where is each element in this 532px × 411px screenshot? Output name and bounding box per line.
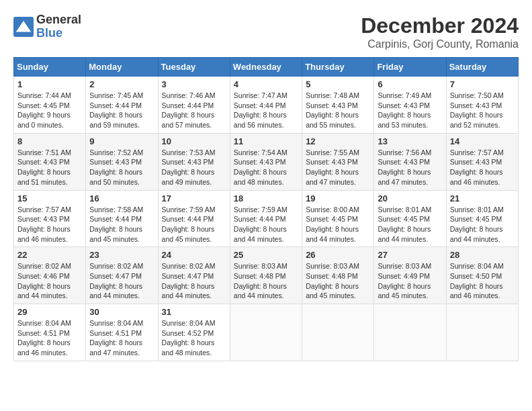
day-info: Sunrise: 7:54 AMSunset: 4:43 PMDaylight:… [234,148,298,187]
day-number: 30 [89,307,154,317]
day-info: Sunrise: 7:59 AMSunset: 4:44 PMDaylight:… [162,205,226,244]
day-info: Sunrise: 8:04 AMSunset: 4:51 PMDaylight:… [89,318,154,358]
logo-icon [13,17,34,37]
day-number: 3 [162,79,226,89]
day-number: 4 [234,79,298,89]
day-number: 16 [89,193,154,203]
day-number: 9 [89,136,154,146]
day-info: Sunrise: 7:44 AMSunset: 4:45 PMDaylight:… [17,91,82,130]
calendar-cell: 10Sunrise: 7:53 AMSunset: 4:43 PMDayligh… [158,133,230,190]
day-number: 14 [450,136,515,146]
calendar-cell: 24Sunrise: 8:02 AMSunset: 4:47 PMDayligh… [158,247,230,304]
day-info: Sunrise: 7:52 AMSunset: 4:43 PMDaylight:… [89,148,154,187]
calendar-cell: 2Sunrise: 7:45 AMSunset: 4:44 PMDaylight… [86,77,158,134]
calendar-week-row: 29Sunrise: 8:04 AMSunset: 4:51 PMDayligh… [14,304,519,361]
calendar-day-header: Wednesday [230,58,302,77]
day-info: Sunrise: 8:04 AMSunset: 4:51 PMDaylight:… [17,318,82,358]
day-info: Sunrise: 7:51 AMSunset: 4:43 PMDaylight:… [17,148,82,187]
calendar-header-row: SundayMondayTuesdayWednesdayThursdayFrid… [14,58,519,77]
day-number: 24 [162,250,226,260]
day-number: 12 [306,136,370,146]
calendar-cell: 19Sunrise: 8:00 AMSunset: 4:45 PMDayligh… [302,190,374,247]
day-info: Sunrise: 7:48 AMSunset: 4:43 PMDaylight:… [306,91,370,130]
logo-blue: Blue [36,27,81,40]
day-info: Sunrise: 7:45 AMSunset: 4:44 PMDaylight:… [89,91,154,130]
location-title: Carpinis, Gorj County, Romania [361,38,519,50]
calendar-day-header: Monday [86,58,158,77]
day-number: 1 [17,79,82,89]
day-info: Sunrise: 7:53 AMSunset: 4:43 PMDaylight:… [162,148,226,187]
calendar-cell: 13Sunrise: 7:56 AMSunset: 4:43 PMDayligh… [374,133,446,190]
day-number: 25 [234,250,298,260]
calendar-week-row: 15Sunrise: 7:57 AMSunset: 4:43 PMDayligh… [14,190,519,247]
day-info: Sunrise: 7:58 AMSunset: 4:44 PMDaylight:… [89,205,154,244]
calendar-cell: 20Sunrise: 8:01 AMSunset: 4:45 PMDayligh… [374,190,446,247]
calendar-cell: 8Sunrise: 7:51 AMSunset: 4:43 PMDaylight… [14,133,86,190]
calendar-cell: 16Sunrise: 7:58 AMSunset: 4:44 PMDayligh… [86,190,158,247]
day-info: Sunrise: 8:00 AMSunset: 4:45 PMDaylight:… [306,205,370,244]
calendar-cell: 6Sunrise: 7:49 AMSunset: 4:43 PMDaylight… [374,77,446,134]
calendar-week-row: 1Sunrise: 7:44 AMSunset: 4:45 PMDaylight… [14,77,519,134]
calendar-cell: 17Sunrise: 7:59 AMSunset: 4:44 PMDayligh… [158,190,230,247]
day-number: 27 [378,250,442,260]
day-number: 23 [89,250,154,260]
day-number: 13 [378,136,442,146]
calendar-cell: 27Sunrise: 8:03 AMSunset: 4:49 PMDayligh… [374,247,446,304]
day-number: 26 [306,250,370,260]
day-info: Sunrise: 8:03 AMSunset: 4:49 PMDaylight:… [378,261,442,301]
day-number: 15 [17,193,82,203]
day-info: Sunrise: 8:03 AMSunset: 4:48 PMDaylight:… [306,261,370,301]
day-number: 31 [162,307,226,317]
calendar-day-header: Friday [374,58,446,77]
calendar-cell: 26Sunrise: 8:03 AMSunset: 4:48 PMDayligh… [302,247,374,304]
day-number: 6 [378,79,442,89]
calendar-day-header: Sunday [14,58,86,77]
day-info: Sunrise: 7:46 AMSunset: 4:44 PMDaylight:… [162,91,226,130]
logo-text: General Blue [36,13,81,40]
day-number: 8 [17,136,82,146]
calendar-cell: 30Sunrise: 8:04 AMSunset: 4:51 PMDayligh… [86,304,158,361]
calendar-cell: 18Sunrise: 7:59 AMSunset: 4:44 PMDayligh… [230,190,302,247]
logo: General Blue [13,13,81,40]
day-info: Sunrise: 8:01 AMSunset: 4:45 PMDaylight:… [450,205,515,244]
calendar-cell: 12Sunrise: 7:55 AMSunset: 4:43 PMDayligh… [302,133,374,190]
day-number: 2 [89,79,154,89]
day-info: Sunrise: 7:57 AMSunset: 4:43 PMDaylight:… [17,205,82,244]
day-number: 5 [306,79,370,89]
day-number: 18 [234,193,298,203]
calendar-cell: 5Sunrise: 7:48 AMSunset: 4:43 PMDaylight… [302,77,374,134]
calendar-cell: 21Sunrise: 8:01 AMSunset: 4:45 PMDayligh… [446,190,518,247]
calendar-cell: 4Sunrise: 7:47 AMSunset: 4:44 PMDaylight… [230,77,302,134]
calendar-cell: 7Sunrise: 7:50 AMSunset: 4:43 PMDaylight… [446,77,518,134]
day-info: Sunrise: 7:56 AMSunset: 4:43 PMDaylight:… [378,148,442,187]
day-number: 28 [450,250,515,260]
day-info: Sunrise: 8:01 AMSunset: 4:45 PMDaylight:… [378,205,442,244]
day-number: 11 [234,136,298,146]
calendar-cell: 1Sunrise: 7:44 AMSunset: 4:45 PMDaylight… [14,77,86,134]
day-number: 21 [450,193,515,203]
calendar-cell: 15Sunrise: 7:57 AMSunset: 4:43 PMDayligh… [14,190,86,247]
day-info: Sunrise: 7:49 AMSunset: 4:43 PMDaylight:… [378,91,442,130]
day-info: Sunrise: 7:55 AMSunset: 4:43 PMDaylight:… [306,148,370,187]
month-title: December 2024 [361,13,519,38]
calendar-cell: 3Sunrise: 7:46 AMSunset: 4:44 PMDaylight… [158,77,230,134]
day-info: Sunrise: 7:47 AMSunset: 4:44 PMDaylight:… [234,91,298,130]
calendar-cell [230,304,302,361]
calendar-cell [374,304,446,361]
calendar-cell: 9Sunrise: 7:52 AMSunset: 4:43 PMDaylight… [86,133,158,190]
day-number: 7 [450,79,515,89]
calendar-cell: 14Sunrise: 7:57 AMSunset: 4:43 PMDayligh… [446,133,518,190]
calendar-cell: 22Sunrise: 8:02 AMSunset: 4:46 PMDayligh… [14,247,86,304]
calendar-cell: 28Sunrise: 8:04 AMSunset: 4:50 PMDayligh… [446,247,518,304]
logo-general: General [36,13,81,27]
day-number: 10 [162,136,226,146]
calendar-cell: 31Sunrise: 8:04 AMSunset: 4:52 PMDayligh… [158,304,230,361]
calendar-day-header: Tuesday [158,58,230,77]
calendar-week-row: 22Sunrise: 8:02 AMSunset: 4:46 PMDayligh… [14,247,519,304]
header: General Blue December 2024 Carpinis, Gor… [13,13,519,50]
day-number: 22 [17,250,82,260]
calendar-day-header: Saturday [446,58,518,77]
day-info: Sunrise: 8:04 AMSunset: 4:52 PMDaylight:… [162,318,226,358]
day-number: 29 [17,307,82,317]
day-number: 20 [378,193,442,203]
